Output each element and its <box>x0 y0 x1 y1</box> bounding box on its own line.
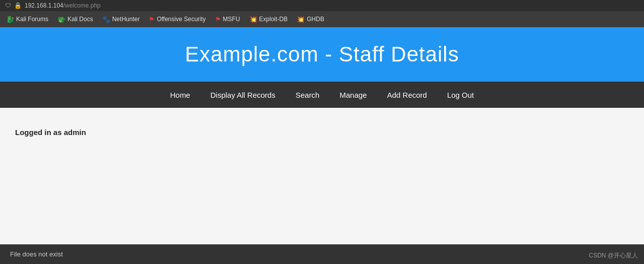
nav-home[interactable]: Home <box>160 83 200 107</box>
bookmark-exploit-db[interactable]: 💥 Exploit-DB <box>245 14 292 25</box>
site-header: Example.com - Staff Details <box>0 27 644 82</box>
bookmark-nethunter[interactable]: 🐾 NetHunter <box>98 14 144 25</box>
site-title: Example.com - Staff Details <box>10 42 634 67</box>
bookmark-kali-forums-label: Kali Forums <box>16 16 48 23</box>
browser-url: 192.168.1.104/welcome.php <box>25 2 101 9</box>
bookmark-kali-docs-label: Kali Docs <box>67 16 93 23</box>
nav-display-all-records[interactable]: Display All Records <box>200 83 285 107</box>
main-nav: Home Display All Records Search Manage A… <box>160 83 484 107</box>
bookmark-offensive-security[interactable]: ⚑ Offensive Security <box>145 14 209 25</box>
nav-manage[interactable]: Manage <box>329 83 377 107</box>
kali-docs-icon: 🐲 <box>57 16 65 23</box>
bookmarks-bar: 🐉 Kali Forums 🐲 Kali Docs 🐾 NetHunter ⚑ … <box>0 11 644 27</box>
nav-search[interactable]: Search <box>285 83 330 107</box>
nav-add-record[interactable]: Add Record <box>377 83 437 107</box>
nav-log-out[interactable]: Log Out <box>437 83 484 107</box>
logged-in-text: Logged in as admin <box>15 128 629 137</box>
bookmark-kali-docs[interactable]: 🐲 Kali Docs <box>53 14 97 25</box>
nav-bar: Home Display All Records Search Manage A… <box>0 82 644 108</box>
bookmark-msfu-label: MSFU <box>223 16 240 23</box>
url-path: /welcome.php <box>63 2 101 9</box>
page-wrapper: Example.com - Staff Details Home Display… <box>0 27 644 264</box>
url-host: 192.168.1.104 <box>25 2 63 9</box>
watermark: CSDN @开心星人 <box>589 251 638 260</box>
bookmark-exploit-db-label: Exploit-DB <box>259 16 288 23</box>
bookmark-ghdb[interactable]: 💥 GHDB <box>293 14 328 25</box>
exploit-db-icon: 💥 <box>249 16 257 23</box>
bookmark-msfu[interactable]: ⚑ MSFU <box>211 14 244 25</box>
bookmark-kali-forums[interactable]: 🐉 Kali Forums <box>2 14 52 25</box>
lock-icon: 🔒 <box>14 2 22 9</box>
ghdb-icon: 💥 <box>297 16 305 23</box>
shield-icon: 🛡 <box>5 2 11 9</box>
watermark-text: CSDN @开心星人 <box>589 252 638 259</box>
nethunter-icon: 🐾 <box>102 16 110 23</box>
bookmark-ghdb-label: GHDB <box>307 16 324 23</box>
bookmark-offensive-security-label: Offensive Security <box>157 16 205 23</box>
kali-forums-icon: 🐉 <box>6 16 14 23</box>
footer-message: File does not exist <box>10 250 63 258</box>
site-footer: File does not exist <box>0 244 644 264</box>
browser-chrome: 🛡 🔒 192.168.1.104/welcome.php <box>0 0 644 11</box>
bookmark-nethunter-label: NetHunter <box>112 16 140 23</box>
main-content: Logged in as admin <box>0 108 644 244</box>
offensive-security-icon: ⚑ <box>149 16 155 23</box>
msfu-icon: ⚑ <box>215 16 221 23</box>
